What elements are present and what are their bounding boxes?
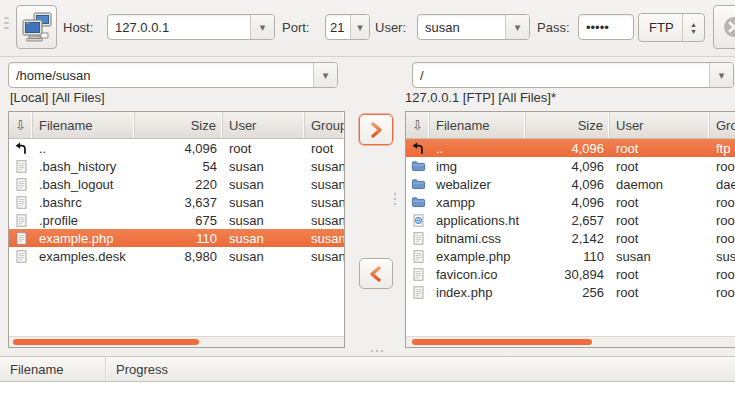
user-cell: susan <box>223 231 305 246</box>
file-row-..[interactable]: ..4,096rootroot <box>9 139 344 157</box>
local-path-dropdown-icon[interactable]: ▾ <box>313 63 337 87</box>
download-arrow-button[interactable] <box>359 258 393 289</box>
size-cell: 2,142 <box>526 231 610 246</box>
connect-button[interactable] <box>16 5 57 49</box>
file-row-.profile[interactable]: .profile675susansusan <box>9 211 344 229</box>
file-row-.bashrc[interactable]: .bashrc3,637susansusan <box>9 193 344 211</box>
filename-cell: .profile <box>33 213 135 228</box>
remote-hscrollbar[interactable] <box>406 336 735 347</box>
connect-computers-icon <box>21 11 53 43</box>
file-row-xampp[interactable]: xampp4,096rootroot <box>406 193 735 211</box>
spin-down-icon: ▾ <box>691 28 695 35</box>
column-header-filename[interactable]: Filename <box>33 112 135 138</box>
file-row-example.php[interactable]: example.php110susansusan <box>9 229 344 247</box>
user-cell: susan <box>223 177 305 192</box>
parent-dir-icon <box>9 139 33 157</box>
group-cell: root <box>305 141 344 156</box>
queue-splitter-handle[interactable] <box>371 350 383 352</box>
size-cell: 3,637 <box>135 195 223 210</box>
group-cell: root <box>710 285 735 300</box>
port-dropdown-icon[interactable]: ▾ <box>350 15 369 39</box>
file-row-favicon.ico[interactable]: favicon.ico30,894rootroot <box>406 265 735 283</box>
size-cell: 110 <box>526 249 610 264</box>
file-row-.bash_logout[interactable]: .bash_logout220susansusan <box>9 175 344 193</box>
file-icon <box>406 229 430 247</box>
group-cell: daemon <box>710 177 735 192</box>
queue-column-progress[interactable]: Progress <box>106 362 168 377</box>
user-cell: root <box>610 141 710 156</box>
file-icon <box>9 229 33 247</box>
file-row-img[interactable]: img4,096rootroot <box>406 157 735 175</box>
user-cell: root <box>610 285 710 300</box>
filename-cell: .. <box>33 141 135 156</box>
pass-input[interactable] <box>579 15 633 39</box>
column-header-size[interactable]: Size <box>135 112 223 138</box>
group-cell: root <box>710 267 735 282</box>
file-row-..[interactable]: ..4,096rootftp <box>406 139 735 157</box>
left-arrow-icon <box>368 266 384 282</box>
queue-column-filename[interactable]: Filename <box>0 362 105 377</box>
sort-icon[interactable]: ⇩ <box>406 112 430 138</box>
remote-rows: ..4,096rootftpimg4,096rootrootwebalizer4… <box>406 139 735 301</box>
column-header-group[interactable]: Group <box>710 112 735 138</box>
local-hscrollbar[interactable] <box>9 336 344 347</box>
remote-list-header: ⇩ Filename Size User Group <box>406 112 735 139</box>
user-cell: root <box>610 213 710 228</box>
file-row-example.php[interactable]: example.php110susansusan <box>406 247 735 265</box>
remote-path-dropdown-icon[interactable]: ▾ <box>709 63 733 87</box>
group-cell: susan <box>305 177 344 192</box>
local-hscrollbar-thumb[interactable] <box>13 339 199 345</box>
file-row-index.php[interactable]: index.php256rootroot <box>406 283 735 301</box>
remote-hscrollbar-thumb[interactable] <box>412 339 592 345</box>
pane-splitter-handle[interactable] <box>394 193 396 205</box>
toolbar-drag-handle[interactable] <box>4 17 9 29</box>
filename-cell: xampp <box>430 195 526 210</box>
column-header-group[interactable]: Group <box>305 112 344 138</box>
user-dropdown-icon[interactable]: ▾ <box>505 15 529 39</box>
file-icon <box>9 175 33 193</box>
size-cell: 4,096 <box>526 195 610 210</box>
file-row-bitnami.css[interactable]: bitnami.css2,142rootroot <box>406 229 735 247</box>
size-cell: 30,894 <box>526 267 610 282</box>
filename-cell: bitnami.css <box>430 231 526 246</box>
upload-arrow-button[interactable] <box>359 114 393 145</box>
column-header-size[interactable]: Size <box>526 112 610 138</box>
file-icon <box>9 157 33 175</box>
size-cell: 54 <box>135 159 223 174</box>
column-header-user[interactable]: User <box>610 112 710 138</box>
user-input[interactable] <box>418 15 505 39</box>
host-input[interactable] <box>108 15 250 39</box>
file-row-.bash_history[interactable]: .bash_history54susansusan <box>9 157 344 175</box>
user-cell: root <box>610 159 710 174</box>
group-cell: susan <box>305 249 344 264</box>
group-cell: ftp <box>710 141 735 156</box>
size-cell: 4,096 <box>526 177 610 192</box>
filename-cell: webalizer <box>430 177 526 192</box>
pass-entry <box>578 14 634 40</box>
user-cell: root <box>610 231 710 246</box>
size-cell: 4,096 <box>526 159 610 174</box>
column-header-user[interactable]: User <box>223 112 305 138</box>
file-row-webalizer[interactable]: webalizer4,096daemondaemon <box>406 175 735 193</box>
remote-path-input[interactable] <box>413 63 709 87</box>
transfer-queue-list[interactable] <box>0 382 735 405</box>
sort-icon[interactable]: ⇩ <box>9 112 33 138</box>
remote-path-combo: ▾ <box>412 62 734 88</box>
file-row-examples.desk[interactable]: examples.desk8,980susansusan <box>9 247 344 265</box>
host-dropdown-icon[interactable]: ▾ <box>250 15 274 39</box>
right-arrow-icon <box>368 122 384 138</box>
local-path-input[interactable] <box>9 63 313 87</box>
size-cell: 220 <box>135 177 223 192</box>
column-header-filename[interactable]: Filename <box>430 112 526 138</box>
protocol-spin-arrows[interactable]: ▴ ▾ <box>682 14 704 41</box>
host-label: Host: <box>63 20 93 35</box>
protocol-spinner[interactable]: FTP ▴ ▾ <box>638 13 705 42</box>
file-row-applications.ht[interactable]: applications.ht2,657rootroot <box>406 211 735 229</box>
port-input[interactable] <box>326 15 350 39</box>
filename-cell: applications.ht <box>430 213 526 228</box>
stop-button[interactable] <box>713 5 735 49</box>
filename-cell: .bash_logout <box>33 177 135 192</box>
filename-cell: favicon.ico <box>430 267 526 282</box>
parent-dir-icon <box>406 139 430 157</box>
protocol-value: FTP <box>639 14 682 41</box>
